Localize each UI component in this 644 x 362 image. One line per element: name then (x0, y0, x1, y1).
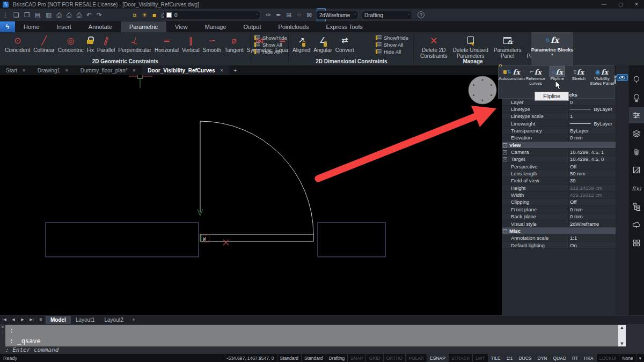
maximize-button[interactable]: ▢ (618, 2, 623, 7)
components-panel-icon[interactable] (629, 235, 644, 251)
new-tab-button[interactable]: + (229, 68, 241, 73)
layer-tool-icon[interactable]: ☀ (142, 9, 148, 21)
status-field[interactable]: DUCS (515, 354, 534, 362)
constraint-visibility-button[interactable]: Hide All (254, 49, 287, 55)
close-button[interactable]: ✕ (634, 2, 639, 7)
property-row[interactable]: Clipping Off (502, 199, 616, 206)
property-row[interactable]: Linetype scale 1 (502, 113, 616, 120)
status-field[interactable]: QUAD (550, 354, 569, 362)
property-value[interactable]: 10.4299, 4.5, 0 (570, 156, 612, 162)
layout-nav-button[interactable]: ◀ (9, 316, 18, 324)
property-row[interactable]: Elevation 0 mm (502, 135, 616, 142)
close-tab-icon[interactable]: ✕ (22, 68, 26, 73)
status-field[interactable]: -534.697, 1467.9547, 0 (224, 354, 277, 362)
property-row[interactable]: Lineweight ByLayer (502, 120, 616, 127)
panel-grip-icon[interactable]: ⋮ (0, 330, 5, 335)
property-value[interactable]: 429.19312 cm (570, 192, 612, 198)
hatch-panel-icon[interactable] (629, 162, 644, 178)
status-field[interactable]: DYN (535, 354, 550, 362)
status-field[interactable]: ▾ (636, 354, 644, 362)
layout-nav-button[interactable]: |◀ (0, 316, 9, 324)
scroll-up-icon[interactable]: ▲ (618, 326, 626, 330)
property-value[interactable]: ByLayer (570, 106, 612, 112)
toolbar-icon[interactable]: ❐ (24, 9, 30, 21)
document-tab[interactable]: Dummy_floor_plan* ✕ (75, 65, 142, 75)
status-field[interactable]: LOCKUI (596, 354, 619, 362)
ribbon-tab[interactable]: Home (15, 21, 48, 32)
layout-nav-button[interactable]: ▶| (27, 316, 36, 324)
tips-lightbulb-icon[interactable] (629, 72, 644, 88)
toolbar-icon[interactable]: ▥ (46, 9, 52, 21)
visual-style-combo[interactable]: 2dWireframe ˇ (317, 11, 358, 19)
layer-tool-icon[interactable]: ¤ (133, 9, 137, 21)
constraint-visibility-button[interactable]: Show All (254, 42, 287, 48)
property-row[interactable]: Transparency ByLayer (502, 127, 616, 134)
ribbon-tab[interactable]: Pointclouds (270, 21, 318, 32)
expander-icon[interactable] (503, 229, 507, 233)
scroll-down-icon[interactable]: ▼ (618, 342, 626, 346)
close-panel-icon[interactable]: ✕ (0, 325, 5, 330)
property-value[interactable]: 0 mm (570, 206, 612, 212)
property-row[interactable]: Back plane 0 mm (502, 213, 616, 220)
status-field[interactable]: HKA (581, 354, 596, 362)
dimensional-constraint-button[interactable]: ↗ Aligned ▾ (291, 33, 312, 53)
status-field[interactable]: RT (569, 354, 581, 362)
property-row[interactable]: Target 10.4299, 4.5, 0 (502, 156, 616, 163)
property-row[interactable]: Annotation scale 1:1 (502, 235, 616, 242)
property-row[interactable]: Default lighting On (502, 242, 616, 249)
status-field[interactable]: 1:1 (503, 354, 516, 362)
add-layout-button[interactable]: + (128, 316, 139, 324)
layer-combo[interactable]: 0 ˇ (164, 11, 260, 19)
property-row[interactable]: Height 212.24159 cm (502, 184, 616, 191)
status-field[interactable]: ESNAP (427, 354, 448, 362)
property-value[interactable]: 0 mm (570, 135, 612, 141)
toolbar-icon[interactable]: ⎙ (76, 9, 82, 21)
layout-tab[interactable]: Layout1 (71, 316, 100, 324)
property-value[interactable]: 1:1 (570, 235, 612, 241)
property-row[interactable]: Lens length 50 mm (502, 170, 616, 177)
layout-nav-button[interactable]: ≣ (36, 316, 46, 324)
expander-icon[interactable] (503, 143, 507, 147)
toolbar-icon[interactable]: ⎙ (67, 9, 72, 21)
properties-panel-icon[interactable] (629, 107, 644, 123)
document-tab[interactable]: Door_Visibility_RefCurves ✕ (142, 65, 229, 75)
property-value[interactable]: Off (570, 164, 612, 169)
status-field[interactable]: Drafting (326, 354, 348, 362)
ribbon-tab[interactable]: Output (235, 21, 270, 32)
toolbar-tool-icon[interactable]: ✑ (266, 9, 271, 21)
ribbon-tab[interactable]: Express Tools (317, 21, 371, 32)
geometric-constraint-button[interactable]: ╱ Collinear (32, 33, 56, 53)
close-tab-icon[interactable]: ✕ (133, 68, 136, 73)
property-value[interactable]: 39 (570, 178, 612, 183)
property-row[interactable]: Linetype ByLayer (502, 106, 616, 113)
layer-tool-icon[interactable]: ▪ (152, 9, 156, 21)
close-tab-icon[interactable]: ✕ (220, 68, 224, 73)
status-field[interactable]: STRACK (448, 354, 472, 362)
geometric-constraint-button[interactable]: ∽ Smooth (201, 33, 223, 53)
property-value[interactable]: 10.4299, 4.5, 1 (570, 149, 612, 155)
geometric-constraint-button[interactable]: ⊙ Coincident (3, 33, 32, 53)
property-row[interactable]: Width 429.19312 cm (502, 191, 616, 198)
property-row[interactable]: Perspective Off (502, 163, 616, 170)
delete-2d-constraints-button[interactable]: ✕ Delete 2D Constraints (418, 33, 450, 59)
property-value[interactable]: 1 (570, 113, 612, 119)
property-row[interactable]: Camera 10.4299, 4.5, 1 (502, 149, 616, 156)
ribbon-tab[interactable]: Manage (196, 21, 235, 32)
property-value[interactable]: On (570, 242, 612, 248)
sidebar-grip-icon[interactable]: ···· (629, 67, 644, 71)
property-row[interactable]: View (502, 142, 616, 149)
geometric-constraint-button[interactable]: ⊥ Perpendicular (116, 33, 153, 53)
geometric-constraint-button[interactable]: ⌀ Tangent (223, 33, 245, 53)
status-field[interactable]: ORTHO (383, 354, 406, 362)
property-value[interactable]: ByLayer (570, 128, 612, 134)
ribbon-tab[interactable]: Parametric (121, 21, 166, 32)
dimensional-constraint-button[interactable]: ∠ Angular ▾ (312, 33, 333, 53)
toolbar-tool-icon[interactable]: ⊞ (286, 9, 291, 21)
status-field[interactable]: Standard (301, 354, 326, 362)
layers-panel-icon[interactable] (629, 125, 644, 142)
status-field[interactable]: Standard (277, 354, 302, 362)
property-row[interactable]: Misc (502, 227, 616, 234)
property-row[interactable]: Visual style 2dWireframe (502, 220, 616, 227)
command-scrollbar[interactable]: ▲ ▼ (618, 325, 626, 346)
parametric-blocks-button[interactable]: ⇅ fx Parametric Blocks ▾ (531, 32, 573, 65)
